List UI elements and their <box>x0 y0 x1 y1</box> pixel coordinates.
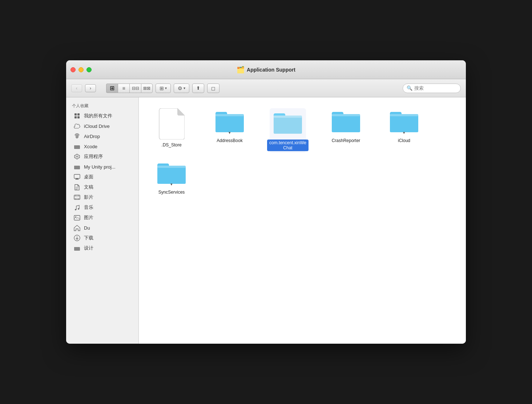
gear-icon: ⚙ <box>178 85 182 91</box>
svg-rect-11 <box>76 178 78 179</box>
sidebar-item-docs[interactable]: 文稿 <box>68 182 137 192</box>
svg-rect-9 <box>74 166 77 167</box>
view-columns-button[interactable]: ⊟⊟ <box>129 84 141 93</box>
sidebar-label-unity: My Unity proj... <box>84 164 116 170</box>
tag-icon: ◻ <box>211 85 215 91</box>
back-icon: ‹ <box>76 85 77 91</box>
sidebar-item-icloud-drive[interactable]: iCloud Drive <box>68 121 137 131</box>
sidebar-item-unity[interactable]: My Unity proj... <box>68 162 137 172</box>
search-box[interactable]: 🔍 <box>403 84 461 93</box>
airdrop-icon <box>74 133 80 140</box>
svg-rect-0 <box>74 113 77 116</box>
share-button[interactable]: ⬆ <box>192 84 204 93</box>
sidebar-label-design: 设计 <box>84 245 93 251</box>
sidebar-label-apps: 应用程序 <box>84 153 103 160</box>
sidebar-item-movies[interactable]: 影片 <box>68 192 137 202</box>
file-label-addressbook: AddressBook <box>217 138 242 144</box>
folder-icon-crashreporter <box>330 108 362 134</box>
svg-rect-35 <box>390 114 418 132</box>
sidebar-label-docs: 文稿 <box>84 184 93 190</box>
action-gear-button[interactable]: ⚙ ▾ <box>174 84 189 93</box>
sidebar-label-airdrop: AirDrop <box>84 134 100 139</box>
addressbook-arrow: ▾ <box>229 130 231 135</box>
search-input[interactable] <box>414 85 457 91</box>
sidebar-label-movies: 影片 <box>84 194 93 201</box>
back-button[interactable]: ‹ <box>71 84 82 92</box>
addressbook-folder-wrapper: ▾ <box>214 108 245 135</box>
svg-rect-33 <box>332 114 360 132</box>
gear-dropdown-icon: ▾ <box>184 86 185 90</box>
view-cover-button[interactable]: ⊠⊠ <box>141 84 153 93</box>
forward-button[interactable]: › <box>85 84 96 92</box>
all-files-icon <box>74 113 80 119</box>
docs-icon <box>74 184 80 190</box>
list-view-icon: ≡ <box>122 85 125 91</box>
sidebar-label-music: 音乐 <box>84 204 93 211</box>
sidebar-item-du[interactable]: Du <box>68 223 137 233</box>
sidebar-label-du: Du <box>84 225 90 231</box>
sidebar-item-design[interactable]: 设计 <box>68 243 137 253</box>
sidebar-item-photos[interactable]: 图片 <box>68 213 137 223</box>
unity-folder-icon <box>74 163 80 170</box>
file-area: .DS_Store ▾ <box>139 97 466 344</box>
file-item-ds-store[interactable]: .DS_Store <box>153 108 190 153</box>
xcode-folder-icon <box>74 143 80 150</box>
doc-icon <box>158 108 185 140</box>
svg-rect-27 <box>74 247 77 248</box>
maximize-button[interactable] <box>86 67 92 72</box>
wechat-folder-wrapper <box>272 110 303 137</box>
sidebar: 个人收藏 我的所有文件 <box>66 97 139 344</box>
file-item-crashreporter[interactable]: CrashReporter <box>328 108 364 153</box>
titlebar-folder-icon: 🗂️ <box>237 66 245 74</box>
file-item-wechat[interactable]: com.tencent.xinWeChat <box>270 108 306 153</box>
columns-view-icon: ⊟⊟ <box>132 86 139 91</box>
svg-rect-1 <box>77 113 80 116</box>
svg-rect-2 <box>74 116 77 118</box>
svg-rect-10 <box>74 174 80 178</box>
icloud-arrow: ▾ <box>403 130 405 135</box>
folder-icon-icloud <box>388 108 420 134</box>
sidebar-label-icloud-drive: iCloud Drive <box>84 124 110 129</box>
apps-icon <box>74 153 80 160</box>
svg-rect-38 <box>157 166 186 168</box>
search-icon: 🔍 <box>407 85 412 91</box>
sidebar-item-downloads[interactable]: 下载 <box>68 233 137 243</box>
svg-rect-16 <box>74 195 80 199</box>
tag-button[interactable]: ◻ <box>207 84 219 93</box>
icon-view-icon: ⊞ <box>110 85 114 92</box>
svg-rect-29 <box>215 114 244 116</box>
wechat-selected-label: com.tencent.xinWeChat <box>267 140 309 151</box>
file-label-syncservices: SyncServices <box>158 190 185 195</box>
sidebar-item-all-files[interactable]: 我的所有文件 <box>68 111 137 121</box>
movies-icon <box>74 194 80 201</box>
view-list-button[interactable]: ≡ <box>118 84 129 93</box>
group-by-button[interactable]: ⊞ ▾ <box>156 84 171 93</box>
minimize-button[interactable] <box>78 67 84 72</box>
sidebar-item-music[interactable]: 音乐 <box>68 202 137 213</box>
file-item-icloud[interactable]: ▾ iCloud <box>386 108 422 153</box>
close-button[interactable] <box>70 67 76 72</box>
file-label-crashreporter: CrashReporter <box>332 138 360 144</box>
sidebar-section-favorites: 个人收藏 <box>66 102 138 111</box>
svg-rect-7 <box>74 145 77 146</box>
music-icon <box>74 204 80 211</box>
titlebar: 🗂️ Application Support <box>66 60 466 79</box>
photos-icon <box>74 214 80 221</box>
desktop-icon <box>74 174 80 180</box>
sidebar-item-apps[interactable]: 应用程序 <box>68 152 137 162</box>
sidebar-item-desktop[interactable]: 桌面 <box>68 172 137 182</box>
file-item-addressbook[interactable]: ▾ AddressBook <box>211 108 248 153</box>
svg-rect-31 <box>274 116 302 134</box>
folder-icon-addressbook <box>214 108 245 134</box>
sidebar-item-xcode[interactable]: Xcode <box>68 141 137 152</box>
finder-window: 🗂️ Application Support ‹ › ⊞ ≡ ⊟⊟ ⊠⊠ <box>66 60 466 344</box>
view-icon-button[interactable]: ⊞ <box>106 84 118 93</box>
file-item-syncservices[interactable]: ▾ SyncServices <box>153 160 190 195</box>
download-icon <box>74 235 80 241</box>
home-icon <box>74 225 80 231</box>
svg-rect-37 <box>157 166 186 184</box>
syncservices-folder-wrapper: ▾ <box>156 160 187 187</box>
sidebar-item-airdrop[interactable]: AirDrop <box>68 131 137 141</box>
main-content: 个人收藏 我的所有文件 <box>66 97 466 344</box>
svg-point-5 <box>77 137 78 138</box>
